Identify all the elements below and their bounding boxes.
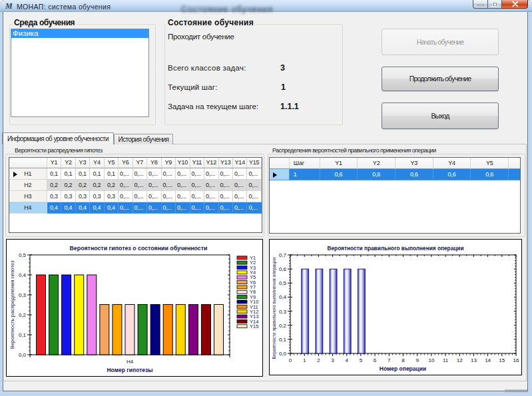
svg-text:Вероятности правильного выполн: Вероятности правильного выполнения опера… [328,244,464,252]
svg-text:3: 3 [331,357,334,363]
svg-text:0,5: 0,5 [279,280,287,286]
svg-text:0,7: 0,7 [279,252,287,258]
svg-text:8: 8 [401,357,405,363]
svg-text:13: 13 [471,357,477,363]
svg-text:0,3: 0,3 [19,292,27,298]
svg-text:15: 15 [499,357,505,363]
svg-text:6: 6 [374,357,377,363]
svg-text:16: 16 [513,357,519,363]
svg-text:0,2: 0,2 [279,323,287,329]
svg-text:7: 7 [388,357,391,363]
svg-text:0,0: 0,0 [19,352,27,358]
svg-text:1: 1 [303,357,306,363]
svg-text:0,6: 0,6 [279,266,287,272]
svg-text:0,1: 0,1 [19,332,27,338]
svg-text:0,4: 0,4 [279,294,287,300]
svg-text:0,5: 0,5 [19,252,27,258]
svg-text:2: 2 [317,357,320,363]
svg-text:Вероятности правильного выполн: Вероятности правильного выполнения опера… [271,258,277,359]
svg-text:0,1: 0,1 [279,337,287,343]
svg-text:Y15: Y15 [250,323,258,329]
svg-text:0,3: 0,3 [279,309,287,315]
svg-text:0,0: 0,0 [279,351,287,357]
svg-text:Вероятность распределения гипо: Вероятность распределения гипотез [9,260,15,349]
svg-text:Вероятности гипотез о состояни: Вероятности гипотез о состоянии обученно… [70,244,208,252]
svg-text:0: 0 [289,357,292,363]
svg-text:Номер операции: Номер операции [380,365,426,372]
svg-text:11: 11 [443,357,449,363]
svg-text:12: 12 [457,357,463,363]
svg-text:H4: H4 [127,359,134,365]
svg-text:14: 14 [485,357,491,363]
svg-text:Номер гипотезы: Номер гипотезы [107,367,152,373]
svg-text:9: 9 [415,357,419,363]
svg-text:0,4: 0,4 [19,272,27,278]
svg-text:4: 4 [346,357,349,363]
svg-text:10: 10 [428,357,434,363]
svg-text:0,2: 0,2 [19,312,27,318]
svg-text:5: 5 [360,357,363,363]
